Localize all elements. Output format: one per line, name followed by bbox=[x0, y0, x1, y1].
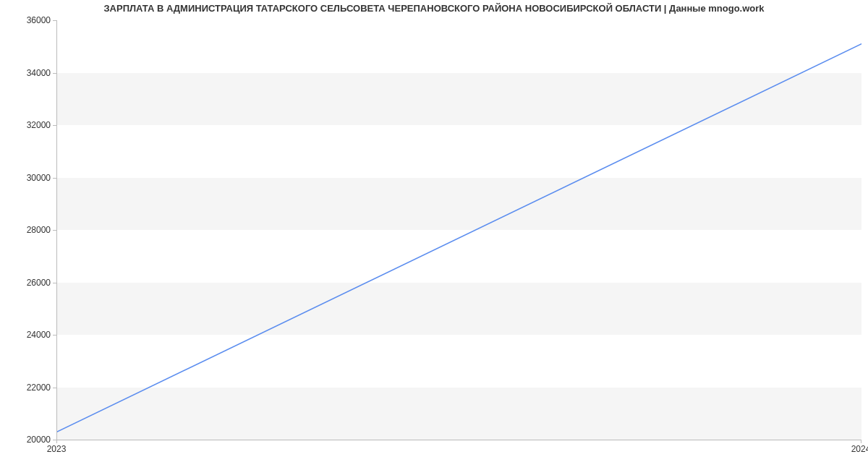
line-series bbox=[57, 20, 861, 440]
salary-line bbox=[57, 44, 861, 432]
plot-area bbox=[56, 20, 861, 440]
y-tick-label: 28000 bbox=[7, 225, 51, 235]
y-tick-label: 36000 bbox=[7, 15, 51, 25]
chart-title: ЗАРПЛАТА В АДМИНИСТРАЦИЯ ТАТАРСКОГО СЕЛЬ… bbox=[0, 3, 868, 14]
y-tick-label: 26000 bbox=[7, 278, 51, 288]
y-tick-label: 22000 bbox=[7, 383, 51, 393]
y-tick-label: 34000 bbox=[7, 68, 51, 78]
y-tick-label: 30000 bbox=[7, 173, 51, 183]
chart-container: ЗАРПЛАТА В АДМИНИСТРАЦИЯ ТАТАРСКОГО СЕЛЬ… bbox=[0, 0, 868, 470]
x-tick-label: 2023 bbox=[47, 444, 67, 454]
y-tick-label: 32000 bbox=[7, 120, 51, 130]
y-tick-label: 20000 bbox=[7, 435, 51, 445]
x-tick-label: 2024 bbox=[851, 444, 868, 454]
y-tick-label: 24000 bbox=[7, 330, 51, 340]
